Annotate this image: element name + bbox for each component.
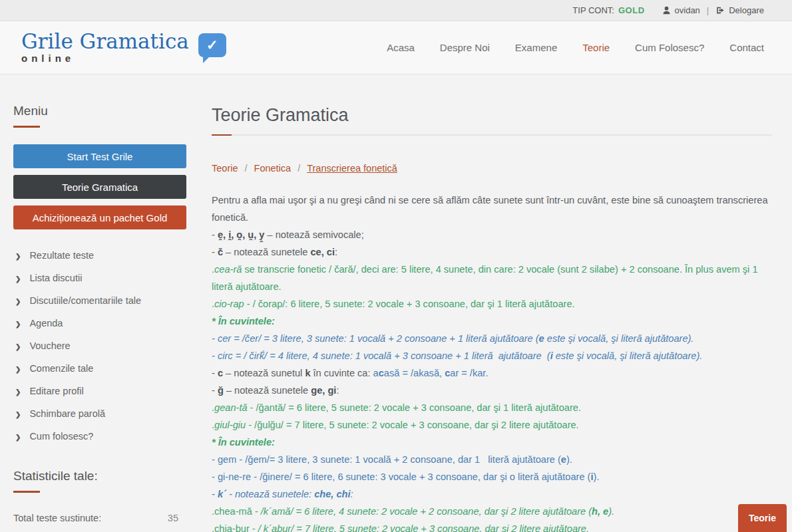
- text-segment: gean-tă: [214, 402, 248, 413]
- text-segment: :: [335, 247, 337, 257]
- lesson-content: Pentru a afla mai uşor şi a nu greşi cân…: [212, 192, 772, 532]
- text-segment: :: [351, 489, 353, 499]
- content-line: - k´ - notează sunetele: che, chi:: [212, 485, 772, 503]
- sidebar-item-comenzile-tale[interactable]: ❯Comenzile tale: [13, 357, 186, 380]
- breadcrumb-separator: /: [245, 163, 248, 174]
- sidebar-item-label: Schimbare parolă: [29, 408, 105, 419]
- text-segment: c: [379, 368, 384, 378]
- chevron-right-icon: ❯: [15, 253, 21, 260]
- text-segment: e: [561, 454, 566, 465]
- site-header: Grile Gramatica online ✓ AcasaDespre Noi…: [0, 21, 792, 74]
- content-line: - circ = / čirk̆́/ = 4 litere, 4 sunete:…: [212, 347, 772, 364]
- text-segment: - gi-ne-re - /ğinere/ = 6 litere, 6 sune…: [212, 471, 590, 482]
- sidebar-button-start-test-grile[interactable]: Start Test Grile: [13, 144, 186, 168]
- text-segment: – notează semivocale;: [264, 229, 363, 240]
- sidebar: Meniu Start Test GrileTeorie GramaticaAc…: [13, 74, 186, 532]
- breadcrumb: Teorie/Fonetica/Transcrierea fonetică: [212, 163, 772, 174]
- sidebar-item-label: Vouchere: [29, 340, 70, 351]
- text-segment: – notează sunetul: [223, 368, 305, 378]
- check-glyph: ✓: [206, 37, 218, 53]
- check-bubble-icon: ✓: [198, 33, 226, 57]
- stat-value: 35: [168, 513, 186, 523]
- nav-item-despre-noi[interactable]: Despre Noi: [440, 42, 490, 53]
- nav-item-teorie[interactable]: Teorie: [582, 42, 610, 53]
- chevron-right-icon: ❯: [15, 366, 21, 373]
- nav-item-acasa[interactable]: Acasa: [387, 42, 415, 53]
- breadcrumb-item-fonetica[interactable]: Fonetica: [254, 163, 292, 174]
- text-segment: - notează sunetele:: [226, 489, 314, 499]
- text-segment: e: [539, 333, 544, 344]
- content-line: - gem - /ğem/= 3 litere, 3 sunete: 1 voc…: [212, 451, 772, 468]
- content-line: Pentru a afla mai uşor şi a nu greşi cân…: [212, 192, 772, 226]
- top-bar: TIP CONT: GOLD ovidan | Delogare: [0, 0, 792, 21]
- logo-title: Grile Gramatica: [21, 31, 189, 52]
- sidebar-item-rezultate-teste[interactable]: ❯Rezultate teste: [13, 244, 186, 267]
- logout-link[interactable]: Delogare: [729, 5, 764, 15]
- sidebar-item-discutiile-comentariile-tale[interactable]: ❯Discutiile/comentariile tale: [13, 289, 186, 312]
- content-line: .gean-tă - /ğantă/ = 6 litere, 5 sunete:…: [212, 399, 772, 416]
- text-segment: în cuvinte ca:: [311, 368, 373, 378]
- content-line: * În cuvintele:: [212, 434, 772, 451]
- sidebar-item-editare-profil[interactable]: ❯Editare profil: [13, 380, 186, 402]
- text-segment: / k´abur/ = 7 litere, 5 sunete: 2 vocale…: [258, 523, 589, 532]
- stat-row-total-grile-sustinute: Total grile sustinute:117: [13, 529, 186, 532]
- text-segment: ar = /kar.: [450, 368, 488, 378]
- breadcrumb-item-transcrierea-fonetic[interactable]: Transcrierea fonetică: [307, 163, 397, 174]
- sidebar-item-label: Agenda: [29, 318, 63, 329]
- username-link[interactable]: ovidan: [675, 5, 700, 15]
- content-line: - č – notează sunetele ce, ci:: [212, 243, 772, 261]
- chevron-right-icon: ❯: [15, 434, 21, 441]
- text-segment: cea-ră: [214, 264, 242, 275]
- text-segment: -: [212, 229, 218, 240]
- content-line: * În cuvintele:: [212, 313, 772, 330]
- text-segment: este şi vocală, şi literă ajutătoare).: [544, 333, 694, 344]
- menu-heading: Meniu: [13, 104, 186, 118]
- breadcrumb-item-teorie[interactable]: Teorie: [212, 163, 238, 174]
- nav-item-examene[interactable]: Examene: [515, 42, 557, 53]
- logo-text: Grile Gramatica online: [21, 31, 189, 64]
- sidebar-item-vouchere[interactable]: ❯Vouchere: [13, 334, 186, 357]
- nav-item-cum-folosesc[interactable]: Cum Folosesc?: [635, 42, 704, 53]
- content-line: - cer = /čer/ = 3 litere, 3 sunete: 1 vo…: [212, 330, 772, 347]
- text-segment: - circ = / čirk̆́/ = 4 litere, 4 sunete:…: [212, 350, 550, 361]
- chevron-right-icon: ❯: [15, 298, 21, 305]
- sidebar-button-teorie-gramatica[interactable]: Teorie Gramatica: [13, 175, 186, 199]
- chevron-right-icon: ❯: [15, 411, 21, 418]
- content-line: - ğ – notează sunetele ge, gi:: [212, 382, 772, 399]
- text-segment: * În cuvintele:: [212, 316, 275, 327]
- menu-heading-accent: [13, 126, 40, 128]
- text-segment: ).: [608, 506, 614, 517]
- text-segment: k: [305, 368, 310, 378]
- sidebar-item-lista-discutii[interactable]: ❯Lista discutii: [13, 267, 186, 289]
- text-segment: e̯, i̯, o̯, u̯, y̯: [218, 229, 265, 240]
- text-segment: -: [212, 385, 218, 396]
- bubble-tail: [203, 54, 212, 63]
- content-line: .chea-mă - /k´amă/ = 6 litere, 4 sunete:…: [212, 503, 772, 520]
- content-line: .cio-rap - / čorap/: 6 litere, 5 sunete:…: [212, 295, 772, 313]
- text-segment: .chia-bur -: [212, 523, 258, 532]
- sidebar-item-label: Comenzile tale: [29, 363, 93, 374]
- logo-subtitle: online: [21, 53, 189, 64]
- stats-heading-accent: [13, 491, 40, 493]
- text-segment: este şi vocală, şi literă ajutătoare).: [553, 350, 703, 361]
- text-segment: cio-rap: [214, 299, 244, 309]
- text-segment: Pentru a afla mai uşor şi a nu greşi cân…: [212, 195, 771, 223]
- sidebar-item-schimbare-parol[interactable]: ❯Schimbare parolă: [13, 402, 186, 425]
- floating-teorie-button[interactable]: Teorie: [738, 504, 787, 532]
- sidebar-links: ❯Rezultate teste❯Lista discutii❯Discutii…: [13, 244, 186, 448]
- text-segment: -: [212, 368, 218, 378]
- page-body: Meniu Start Test GrileTeorie GramaticaAc…: [0, 74, 792, 532]
- text-segment: asă = /akasă,: [384, 368, 445, 378]
- page-title: Teorie Gramatica: [212, 105, 772, 126]
- logout-icon: [715, 6, 725, 15]
- text-segment: /k´amă/ = 6 litere, 4 sunete: 2 vocale +…: [261, 506, 592, 517]
- sidebar-item-agenda[interactable]: ❯Agenda: [13, 312, 186, 334]
- text-segment: :: [336, 385, 339, 396]
- account-type-label: TIP CONT:: [572, 5, 614, 15]
- nav-item-contact[interactable]: Contact: [729, 42, 764, 53]
- sidebar-button-achizi-ioneaz-un-pachet-gold[interactable]: Achiziționează un pachet Gold: [13, 205, 186, 229]
- site-logo[interactable]: Grile Gramatica online ✓: [21, 31, 226, 64]
- text-segment: k´: [218, 489, 226, 499]
- sidebar-item-cum-folosesc[interactable]: ❯Cum folosesc?: [13, 425, 186, 448]
- text-segment: – notează sunetele: [224, 385, 311, 396]
